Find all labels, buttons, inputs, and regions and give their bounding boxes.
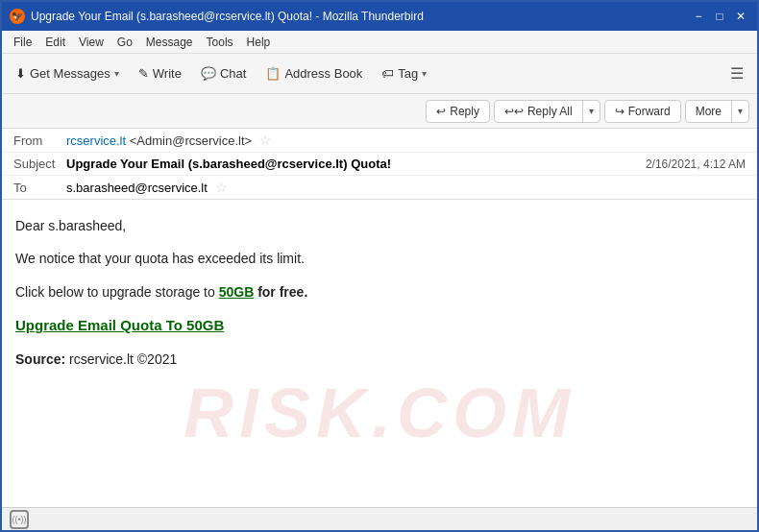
action-bar: ↩ Reply ↩↩ Reply All ▾ ↪ Forward More ▾: [2, 94, 757, 129]
body-line2-suffix: for free.: [254, 284, 307, 300]
star-icon[interactable]: ☆: [259, 133, 272, 148]
email-date: 2/16/2021, 4:12 AM: [646, 157, 746, 171]
chat-label: Chat: [220, 66, 246, 81]
reply-button[interactable]: ↩ Reply: [426, 100, 490, 123]
more-button[interactable]: More: [686, 101, 732, 122]
body-line1: We notice that your quota has exceeded i…: [15, 248, 744, 269]
subject-label: Subject: [13, 157, 66, 171]
more-split-button: More ▾: [685, 100, 749, 123]
write-button[interactable]: ✎ Write: [131, 62, 189, 85]
menu-edit[interactable]: Edit: [39, 34, 71, 51]
source-paragraph: Source: rcservice.lt ©2021: [15, 349, 744, 370]
more-label: More: [696, 105, 722, 118]
address-book-button[interactable]: 📋 Address Book: [257, 62, 370, 85]
tag-label: Tag: [398, 66, 418, 81]
menu-bar: File Edit View Go Message Tools Help: [2, 31, 757, 54]
chat-button[interactable]: 💬 Chat: [193, 62, 254, 85]
sender-link[interactable]: rcservice.lt: [66, 133, 126, 148]
connection-status-icon: ((•)): [10, 510, 29, 529]
chat-icon: 💬: [201, 66, 216, 81]
reply-all-dropdown-button[interactable]: ▾: [583, 102, 600, 120]
email-header: From rcservice.lt <Admin@rcservice.lt> ☆…: [2, 129, 757, 200]
reply-label: Reply: [450, 105, 479, 118]
restore-button[interactable]: □: [711, 8, 728, 25]
signal-icon: ((•)): [12, 515, 26, 524]
address-book-label: Address Book: [284, 66, 362, 81]
sender-email: <Admin@rcservice.lt>: [130, 133, 252, 148]
tag-button[interactable]: 🏷 Tag ▾: [374, 62, 434, 85]
email-from-row: From rcservice.lt <Admin@rcservice.lt> ☆: [2, 129, 757, 153]
title-bar-left: 🦅 Upgrade Your Email (s.barasheed@rcserv…: [10, 9, 424, 24]
reply-all-icon: ↩↩: [504, 105, 524, 118]
tag-icon: 🏷: [381, 66, 394, 81]
more-dropdown-button[interactable]: ▾: [732, 102, 748, 120]
hamburger-menu-button[interactable]: ☰: [722, 60, 751, 86]
email-sender: rcservice.lt <Admin@rcservice.lt> ☆: [66, 133, 746, 148]
window-title: Upgrade Your Email (s.barasheed@rcservic…: [31, 10, 424, 23]
menu-tools[interactable]: Tools: [201, 34, 239, 51]
menu-help[interactable]: Help: [241, 34, 277, 51]
get-messages-button[interactable]: ⬇ Get Messages ▾: [8, 62, 127, 85]
menu-go[interactable]: Go: [111, 34, 138, 51]
forward-label: Forward: [628, 105, 671, 118]
email-body: Dear s.barasheed, We notice that your qu…: [2, 200, 757, 507]
get-messages-label: Get Messages: [30, 66, 110, 81]
minimize-button[interactable]: −: [690, 8, 707, 25]
email-subject: Upgrade Your Email (s.barasheed@rcservic…: [66, 157, 646, 171]
forward-icon: ↪: [615, 105, 624, 118]
title-bar: 🦅 Upgrade Your Email (s.barasheed@rcserv…: [2, 2, 757, 31]
storage-link[interactable]: 50GB: [219, 284, 255, 300]
main-window: 🦅 Upgrade Your Email (s.barasheed@rcserv…: [0, 0, 759, 532]
source-value: rcservice.lt ©2021: [69, 351, 177, 367]
menu-file[interactable]: File: [8, 34, 37, 51]
email-to-row: To s.barasheed@rcservice.lt ☆: [2, 176, 757, 199]
forward-button[interactable]: ↪ Forward: [604, 100, 681, 123]
to-star-icon[interactable]: ☆: [215, 180, 228, 195]
close-button[interactable]: ✕: [732, 8, 749, 25]
cta-paragraph: Upgrade Email Quota To 50GB: [15, 314, 744, 337]
status-bar: ((•)): [2, 507, 757, 530]
get-messages-dropdown-icon[interactable]: ▾: [114, 68, 119, 79]
cta-link[interactable]: Upgrade Email Quota To 50GB: [15, 317, 224, 333]
reply-all-button[interactable]: ↩↩ Reply All: [495, 101, 583, 122]
to-email: s.barasheed@rcservice.lt ☆: [66, 180, 228, 195]
email-subject-row: Subject Upgrade Your Email (s.barasheed@…: [2, 153, 757, 176]
body-line2-prefix: Click below to upgrade storage to: [15, 284, 219, 300]
to-label: To: [13, 181, 66, 195]
app-icon: 🦅: [10, 9, 25, 24]
write-label: Write: [153, 66, 182, 81]
reply-all-label: Reply All: [527, 105, 573, 118]
tag-dropdown-icon[interactable]: ▾: [422, 68, 427, 79]
get-messages-icon: ⬇: [15, 66, 26, 81]
toolbar: ⬇ Get Messages ▾ ✎ Write 💬 Chat 📋 Addres…: [2, 54, 757, 94]
menu-view[interactable]: View: [73, 34, 110, 51]
write-icon: ✎: [138, 66, 149, 81]
window-controls: − □ ✕: [690, 8, 749, 25]
to-link[interactable]: s.barasheed@rcservice.lt: [66, 181, 208, 195]
source-label: Source:: [15, 351, 65, 367]
from-label: From: [13, 133, 66, 148]
body-line2: Click below to upgrade storage to 50GB f…: [15, 281, 744, 302]
reply-all-split-button: ↩↩ Reply All ▾: [494, 100, 600, 123]
watermark: RISK.COM: [184, 358, 575, 469]
address-book-icon: 📋: [265, 66, 281, 81]
greeting: Dear s.barasheed,: [15, 215, 744, 236]
reply-icon: ↩: [436, 105, 446, 118]
menu-message[interactable]: Message: [140, 34, 199, 51]
